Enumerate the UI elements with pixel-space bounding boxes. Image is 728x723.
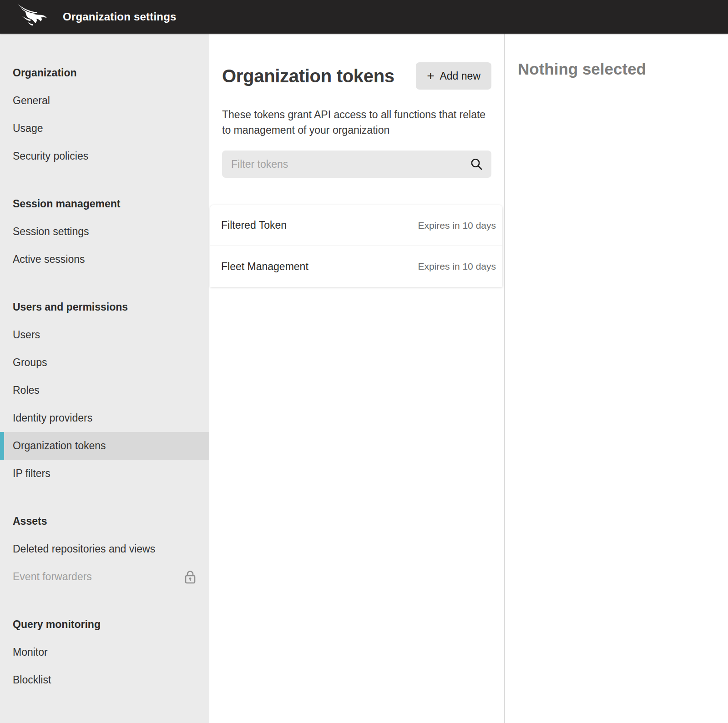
- sidebar-item-label: Event forwarders: [13, 571, 92, 583]
- sidebar-item-roles[interactable]: Roles: [0, 377, 209, 404]
- app-title: Organization settings: [63, 10, 177, 23]
- sidebar-item-label: Organization tokens: [13, 440, 106, 452]
- add-new-label: Add new: [440, 70, 480, 82]
- topbar: Organization settings: [0, 0, 728, 34]
- sidebar-item-users[interactable]: Users: [0, 321, 209, 349]
- sidebar-item-blocklist[interactable]: Blocklist: [0, 666, 209, 694]
- sidebar-item-label: Monitor: [13, 646, 48, 658]
- sidebar-item-identity-providers[interactable]: Identity providers: [0, 404, 209, 432]
- sidebar-item-deleted-repositories-and-views[interactable]: Deleted repositories and views: [0, 535, 209, 563]
- sidebar-section-header-query-monitoring: Query monitoring: [0, 611, 209, 638]
- plus-icon: +: [427, 70, 434, 82]
- sidebar-item-label: Usage: [13, 122, 43, 135]
- sidebar-item-session-settings[interactable]: Session settings: [0, 218, 209, 246]
- filter-tokens-field: [222, 151, 491, 178]
- sidebar-item-groups[interactable]: Groups: [0, 349, 209, 377]
- sidebar-item-label: Groups: [13, 356, 47, 369]
- sidebar-item-label: Identity providers: [13, 412, 92, 424]
- filter-tokens-input[interactable]: [231, 151, 470, 178]
- sidebar-item-label: IP filters: [13, 467, 51, 480]
- sidebar-section: Session management Session settings Acti…: [0, 190, 209, 273]
- sidebar-item-label: Session settings: [13, 226, 89, 238]
- sidebar-item-security-policies[interactable]: Security policies: [0, 142, 209, 170]
- settings-sidebar: Organization General Usage Security poli…: [0, 34, 209, 723]
- sidebar-item-organization-tokens[interactable]: Organization tokens: [0, 432, 209, 460]
- token-row-filtered-token[interactable]: Filtered Token Expires in 10 days: [210, 205, 502, 246]
- sidebar-item-label: General: [13, 95, 50, 107]
- search-icon: [470, 157, 483, 171]
- sidebar-section: Query monitoring Monitor Blocklist: [0, 611, 209, 694]
- tokens-panel: Organization tokens + Add new These toke…: [209, 34, 505, 723]
- crowdstrike-falcon-icon[interactable]: [17, 4, 50, 30]
- sidebar-item-label: Deleted repositories and views: [13, 543, 155, 555]
- page-title: Organization tokens: [222, 65, 394, 86]
- token-name: Fleet Management: [221, 261, 308, 273]
- sidebar-item-event-forwarders: Event forwarders: [0, 563, 209, 591]
- sidebar-section-header-users-and-permissions: Users and permissions: [0, 293, 209, 321]
- sidebar-item-label: Active sessions: [13, 253, 85, 266]
- sidebar-item-label: Security policies: [13, 150, 88, 162]
- nothing-selected-message: Nothing selected: [518, 60, 719, 78]
- sidebar-item-label: Blocklist: [13, 674, 51, 686]
- token-row-fleet-management[interactable]: Fleet Management Expires in 10 days: [210, 246, 502, 287]
- sidebar-item-ip-filters[interactable]: IP filters: [0, 460, 209, 487]
- tokens-header: Organization tokens + Add new These toke…: [209, 34, 504, 178]
- add-new-token-button[interactable]: + Add new: [416, 62, 491, 90]
- sidebar-section: Organization General Usage Security poli…: [0, 59, 209, 170]
- sidebar-item-active-sessions[interactable]: Active sessions: [0, 246, 209, 273]
- sidebar-section: Users and permissions Users Groups Roles…: [0, 293, 209, 487]
- sidebar-item-general[interactable]: General: [0, 87, 209, 115]
- tokens-description: These tokens grant API access to all fun…: [222, 107, 490, 138]
- token-name: Filtered Token: [221, 219, 287, 231]
- detail-panel: Nothing selected: [505, 34, 728, 723]
- lock-icon: [184, 570, 197, 584]
- sidebar-item-monitor[interactable]: Monitor: [0, 638, 209, 666]
- token-expiry: Expires in 10 days: [418, 220, 496, 231]
- sidebar-item-label: Users: [13, 329, 40, 341]
- sidebar-section-header-assets: Assets: [0, 507, 209, 535]
- sidebar-section: Assets Deleted repositories and views Ev…: [0, 507, 209, 591]
- token-list: Filtered Token Expires in 10 days Fleet …: [210, 205, 502, 287]
- token-expiry: Expires in 10 days: [418, 261, 496, 272]
- sidebar-section-header-session-management: Session management: [0, 190, 209, 218]
- sidebar-nav: Organization General Usage Security poli…: [0, 59, 209, 694]
- sidebar-item-label: Roles: [13, 384, 40, 397]
- sidebar-section-header-organization: Organization: [0, 59, 209, 87]
- sidebar-item-usage[interactable]: Usage: [0, 115, 209, 142]
